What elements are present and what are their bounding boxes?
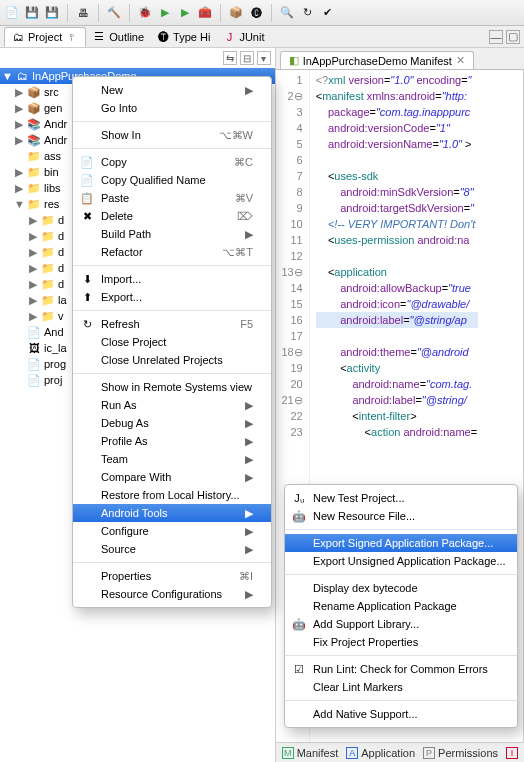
save-icon[interactable]: 💾 [24, 5, 40, 21]
menu-item-android-tools[interactable]: Android Tools▶ [73, 504, 271, 522]
menu-item-new-test-project[interactable]: JᵤNew Test Project... [285, 489, 517, 507]
jar-icon: 📚 [27, 117, 41, 131]
menu-item-compare-with[interactable]: Compare With▶ [73, 468, 271, 486]
tree-label: d [58, 262, 64, 274]
subtab-instrumentation[interactable]: I [506, 747, 518, 759]
subtab-permissions[interactable]: PPermissions [423, 747, 498, 759]
task-icon[interactable]: ✔ [319, 5, 335, 21]
menu-label: New Resource File... [313, 510, 415, 522]
minimize-button[interactable]: — [489, 30, 503, 44]
menu-item-show-in-remote-systems-view[interactable]: Show in Remote Systems view [73, 378, 271, 396]
run-icon[interactable]: ▶ [157, 5, 173, 21]
menu-label: Compare With [101, 471, 171, 483]
menu-item-new[interactable]: New▶ [73, 81, 271, 99]
menu-item-debug-as[interactable]: Debug As▶ [73, 414, 271, 432]
menu-item-resource-configurations[interactable]: Resource Configurations▶ [73, 585, 271, 603]
menu-label: Copy [101, 156, 127, 168]
menu-item-new-resource-file[interactable]: 🤖New Resource File... [285, 507, 517, 525]
menu-item-import[interactable]: ⬇Import... [73, 270, 271, 288]
view-menu-icon[interactable]: ▾ [257, 51, 271, 65]
menu-item-build-path[interactable]: Build Path▶ [73, 225, 271, 243]
menu-item-refresh[interactable]: ↻RefreshF5 [73, 315, 271, 333]
menu-item-add-support-library[interactable]: 🤖Add Support Library... [285, 615, 517, 633]
android-tools-submenu[interactable]: JᵤNew Test Project...🤖New Resource File.… [284, 484, 518, 728]
menu-item-properties[interactable]: Properties⌘I [73, 567, 271, 585]
folder-icon: 📁 [27, 165, 41, 179]
jar-icon: 📚 [27, 133, 41, 147]
menu-item-export-unsigned-application-package[interactable]: Export Unsigned Application Package... [285, 552, 517, 570]
menu-item-paste[interactable]: 📋Paste⌘V [73, 189, 271, 207]
new-icon[interactable]: 📄 [4, 5, 20, 21]
menu-item-refactor[interactable]: Refactor⌥⌘T [73, 243, 271, 261]
tab-junit[interactable]: J JUnit [216, 28, 270, 46]
refresh-icon[interactable]: ↻ [299, 5, 315, 21]
menu-item-source[interactable]: Source▶ [73, 540, 271, 558]
menu-label: Properties [101, 570, 151, 582]
menu-item-copy-qualified-name[interactable]: 📄Copy Qualified Name [73, 171, 271, 189]
folder-icon: 📁 [41, 293, 55, 307]
tree-label: d [58, 246, 64, 258]
outline-icon: ☰ [92, 30, 106, 44]
menu-item-show-in[interactable]: Show In⌥⌘W [73, 126, 271, 144]
menu-item-delete[interactable]: ✖Delete⌦ [73, 207, 271, 225]
pin-icon[interactable]: ⫯ [65, 30, 79, 44]
tree-label: d [58, 278, 64, 290]
build-icon[interactable]: 🔨 [106, 5, 122, 21]
subtab-application[interactable]: AApplication [346, 747, 415, 759]
tab-type-hierarchy[interactable]: 🅣 Type Hi [150, 28, 216, 46]
new-package-icon[interactable]: 📦 [228, 5, 244, 21]
submenu-arrow-icon: ▶ [245, 84, 253, 97]
maximize-button[interactable]: ▢ [506, 30, 520, 44]
menu-item-restore-from-local-history[interactable]: Restore from Local History... [73, 486, 271, 504]
folder-icon: 📁 [41, 245, 55, 259]
menu-label: Fix Project Properties [313, 636, 418, 648]
menu-item-configure[interactable]: Configure▶ [73, 522, 271, 540]
folder-icon: 📁 [41, 229, 55, 243]
new-class-icon[interactable]: 🅒 [248, 5, 264, 21]
menu-item-clear-lint-markers[interactable]: Clear Lint Markers [285, 678, 517, 696]
search-icon[interactable]: 🔍 [279, 5, 295, 21]
menu-item-go-into[interactable]: Go Into [73, 99, 271, 117]
tab-project[interactable]: 🗂 Project ⫯ [4, 27, 86, 47]
menu-item-profile-as[interactable]: Profile As▶ [73, 432, 271, 450]
tree-label: src [44, 86, 59, 98]
tab-label: JUnit [239, 31, 264, 43]
menu-label: Build Path [101, 228, 151, 240]
menu-item-export[interactable]: ⬆Export... [73, 288, 271, 306]
tab-outline[interactable]: ☰ Outline [86, 28, 150, 46]
menu-label: Copy Qualified Name [101, 174, 206, 186]
menu-item-export-signed-application-package[interactable]: Export Signed Application Package... [285, 534, 517, 552]
menu-item-rename-application-package[interactable]: Rename Application Package [285, 597, 517, 615]
editor-tab-manifest[interactable]: ◧ InAppPurchaseDemo Manifest ✕ [280, 51, 474, 69]
print-icon[interactable]: 🖶 [75, 5, 91, 21]
menu-item-fix-project-properties[interactable]: Fix Project Properties [285, 633, 517, 651]
menu-item-close-project[interactable]: Close Project [73, 333, 271, 351]
menu-label: Source [101, 543, 136, 555]
type-icon: 🅣 [156, 30, 170, 44]
src-folder-icon: 📦 [27, 101, 41, 115]
collapse-all-icon[interactable]: ⇆ [223, 51, 237, 65]
menu-label: Close Project [101, 336, 166, 348]
context-menu[interactable]: New▶Go IntoShow In⌥⌘W📄Copy⌘C📄Copy Qualif… [72, 76, 272, 608]
menu-item-copy[interactable]: 📄Copy⌘C [73, 153, 271, 171]
menu-item-run-as[interactable]: Run As▶ [73, 396, 271, 414]
menu-label: Run As [101, 399, 136, 411]
debug-icon[interactable]: 🐞 [137, 5, 153, 21]
submenu-arrow-icon: ▶ [245, 507, 253, 520]
save-all-icon[interactable]: 💾 [44, 5, 60, 21]
menu-label: Android Tools [101, 507, 167, 519]
submenu-arrow-icon: ▶ [245, 525, 253, 538]
link-editor-icon[interactable]: ⊟ [240, 51, 254, 65]
menu-item-close-unrelated-projects[interactable]: Close Unrelated Projects [73, 351, 271, 369]
menu-item-run-lint-check-for-common-errors[interactable]: ☑Run Lint: Check for Common Errors [285, 660, 517, 678]
menu-item-display-dex-bytecode[interactable]: Display dex bytecode [285, 579, 517, 597]
tree-label: ic_la [44, 342, 67, 354]
tree-label: bin [44, 166, 59, 178]
run-last-icon[interactable]: ▶ [177, 5, 193, 21]
subtab-manifest[interactable]: MManifest [282, 747, 339, 759]
close-icon[interactable]: ✕ [456, 54, 465, 67]
menu-item-team[interactable]: Team▶ [73, 450, 271, 468]
tree-label: ass [44, 150, 61, 162]
menu-item-add-native-support[interactable]: Add Native Support... [285, 705, 517, 723]
ext-tools-icon[interactable]: 🧰 [197, 5, 213, 21]
